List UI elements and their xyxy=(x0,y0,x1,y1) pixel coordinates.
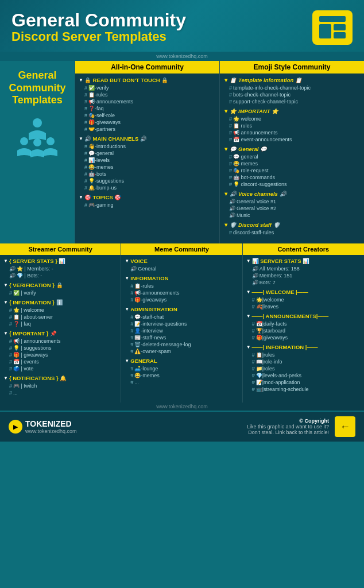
content-creators-header: Content Creators xyxy=(243,243,364,255)
channel-item: #📋 | about-server xyxy=(3,314,117,320)
category-topics: ▼ 🎯 TOPICS 🎯 #🎮-gaming xyxy=(79,194,216,208)
category-important: ▼ ⭐ IMPORTANT ⭐ #🌟 welcome #📋 rules #📢 a… xyxy=(223,108,361,143)
copyright-text: © Copyright Like this graphic and want t… xyxy=(247,418,329,435)
voice-item: 🔊Bots: 7 xyxy=(246,279,361,286)
emoji-style-col: Emoji Style Community ▼ 📋 Template infor… xyxy=(219,61,364,243)
channel-item: #🔔-bump-us xyxy=(79,184,216,191)
channel-item: #💬-general xyxy=(79,150,216,157)
category-main-channels: ▼ 🔊 MAIN CHANNELS 🔊 #👋-introductions #💬-… xyxy=(79,136,216,191)
category-information: ▼——| INFORMATION |—— #📋|rules #📖|role-in… xyxy=(246,344,361,393)
category-read-dont-touch: ▼ 🔒 READ BUT DON'T TOUCH 🔒 #✅-verify #📋-… xyxy=(79,77,216,133)
header-icon xyxy=(312,10,353,45)
footer-watermark: www.tokenizedhq.com xyxy=(0,403,364,411)
channel-item: #😂 memes xyxy=(223,160,361,167)
channel-item: #❓ | faq xyxy=(3,320,117,327)
channel-item: #😂-memes xyxy=(79,164,216,171)
channel-item: #🎁-giveaways xyxy=(79,119,216,126)
channel-item: #🎁-giveaways xyxy=(125,296,238,303)
svg-point-2 xyxy=(326,17,329,21)
svg-point-9 xyxy=(33,138,41,146)
category-header: ▼INFORMATION xyxy=(125,275,238,281)
community-icon xyxy=(11,117,63,164)
category-welcome: ▼——| WELCOME |—— #🌟|welcome #🍂|leaves xyxy=(246,289,361,310)
category-header: ▼ 🎯 TOPICS 🎯 xyxy=(79,194,216,200)
channel-item: #✅ | verify xyxy=(3,289,117,296)
channel-item: #📢-announcements xyxy=(125,289,238,296)
category-discord-staff: ▼ 🛡️ Discord staff 🛡️ #discord-staff-rul… xyxy=(223,222,361,236)
svg-point-3 xyxy=(330,17,334,21)
category-header: ▼——| INFORMATION |—— xyxy=(246,344,361,350)
channel-item: #🌟 | welcome xyxy=(3,307,117,314)
channel-item: #⚠️-owner-spam xyxy=(125,348,238,355)
channel-item: #🤖-bots xyxy=(79,171,216,177)
category-header: ▼{ NOTIFICATIONS } 🔔 xyxy=(3,375,117,381)
channel-item: #📝-interview-questions xyxy=(125,320,238,327)
category-header: ▼📊 SERVER STATS 📊 xyxy=(246,258,361,264)
channel-item: #🤖 bot-commands xyxy=(223,174,361,181)
category-notifications: ▼{ NOTIFICATIONS } 🔔 #🎮 | twitch #... xyxy=(3,375,117,396)
streamer-col: Streamer Community ▼{ SERVER STATS } 📊 🔊… xyxy=(0,243,121,403)
tokenized-logo-icon: ▶ xyxy=(9,420,22,434)
channel-item: #💡 discord-suggestions xyxy=(223,181,361,188)
channel-item: #🎭-self-role xyxy=(79,112,216,119)
brand-name: TOKENIZED xyxy=(25,419,77,428)
channel-item: #📢-announcements xyxy=(79,98,216,105)
emoji-category-header: ▼ 🔊 Voice channels 🔊 xyxy=(223,191,361,197)
meme-col: Meme Community ▼VOICE 🔊General ▼INFORMAT… xyxy=(121,243,242,403)
category-header: ▼ADMINISTRATION xyxy=(125,306,238,312)
channel-item: #📋 rules xyxy=(223,122,361,129)
category-header: ▼ 🔊 MAIN CHANNELS 🔊 xyxy=(79,136,216,142)
channel-item: #📅|daily-facts xyxy=(246,320,361,327)
channel-item: #📅 event-announcements xyxy=(223,136,361,143)
all-in-one-col: All-in-One Community ▼ 🔒 READ BUT DON'T … xyxy=(75,61,219,243)
channel-item: #📋-rules xyxy=(79,91,216,98)
emoji-style-header: Emoji Style Community xyxy=(220,61,364,74)
channel-item: #🌟|welcome xyxy=(246,296,361,303)
channel-item: #❓-faq xyxy=(79,105,216,112)
footer-right: © Copyright Like this graphic and want t… xyxy=(247,416,355,437)
footer-url: www.tokenizedhq.com xyxy=(25,428,77,434)
category-voice-channels: ▼ 🔊 Voice channels 🔊 🔊General Voice #1 🔊… xyxy=(223,191,361,219)
channel-item: #discord-staff-rules xyxy=(223,229,361,236)
voice-item: 🔊⭐ | Members: - xyxy=(3,265,117,272)
channel-item: 🔊General Voice #1 xyxy=(223,198,361,205)
footer-logo: ▶ TOKENIZED www.tokenizedhq.com xyxy=(9,419,77,434)
emoji-category-header: ▼ 📋 Template information 📋 xyxy=(223,77,361,83)
category-header: ▼——| ANNOUNCEMENTS|—— xyxy=(246,313,361,319)
channel-item: #template-info-check-channel-topic xyxy=(223,84,361,91)
channel-item: 🔊Music xyxy=(223,212,361,219)
channel-item: #... xyxy=(125,379,238,386)
channel-item: #🍂|leaves xyxy=(246,303,361,310)
channel-item: #🗑️-deleted-message-log xyxy=(125,341,238,348)
channel-item: #📺|streaming-schedule xyxy=(246,386,361,393)
voice-item: 🔊💎 | Bots: - xyxy=(3,272,117,279)
category-header: ▼{ INFORMATION } ℹ️ xyxy=(3,299,117,305)
layout-icon xyxy=(318,15,347,41)
copyright-label: © Copyright xyxy=(299,418,329,424)
svg-point-10 xyxy=(47,137,55,145)
category-voice: ▼VOICE 🔊General xyxy=(125,258,238,272)
channel-item: #💬 general xyxy=(223,153,361,160)
channel-item: #🎁 | giveaways xyxy=(3,351,117,358)
all-in-one-header: All-in-One Community xyxy=(75,61,219,74)
svg-point-8 xyxy=(20,137,28,145)
content-creators-col: Content Creators ▼📊 SERVER STATS 📊 🔊All … xyxy=(243,243,364,403)
channel-item: #🌟 welcome xyxy=(223,115,361,122)
footer-brand-info: TOKENIZED www.tokenizedhq.com xyxy=(25,419,77,434)
general-section: General Community Templates All-in-One C… xyxy=(0,61,364,243)
category-server-stats: ▼📊 SERVER STATS 📊 🔊All Members: 158 🔊Mem… xyxy=(246,258,361,286)
channel-item: #📢 | announcements xyxy=(3,338,117,345)
category-verification: ▼{ VERIFICATION } 🔒 #✅ | verify xyxy=(3,282,117,296)
voice-item: 🔊All Members: 158 xyxy=(246,265,361,272)
category-server-stats: ▼{ SERVER STATS } 📊 🔊⭐ | Members: - 🔊💎 |… xyxy=(3,258,117,279)
channel-item: #💬-staff-chat xyxy=(125,314,238,320)
arrow-icon: ← xyxy=(335,416,355,437)
channel-item: 🔊General Voice #2 xyxy=(223,205,361,212)
channel-item: #👤-interview xyxy=(125,327,238,334)
channel-item: #🎮 | twitch xyxy=(3,382,117,389)
channel-item: #... xyxy=(3,389,117,396)
header: General Community Discord Server Templat… xyxy=(0,0,364,52)
svg-point-7 xyxy=(33,118,42,127)
bottom-section: Streamer Community ▼{ SERVER STATS } 📊 🔊… xyxy=(0,243,364,403)
channel-item: #✅-verify xyxy=(79,84,216,91)
